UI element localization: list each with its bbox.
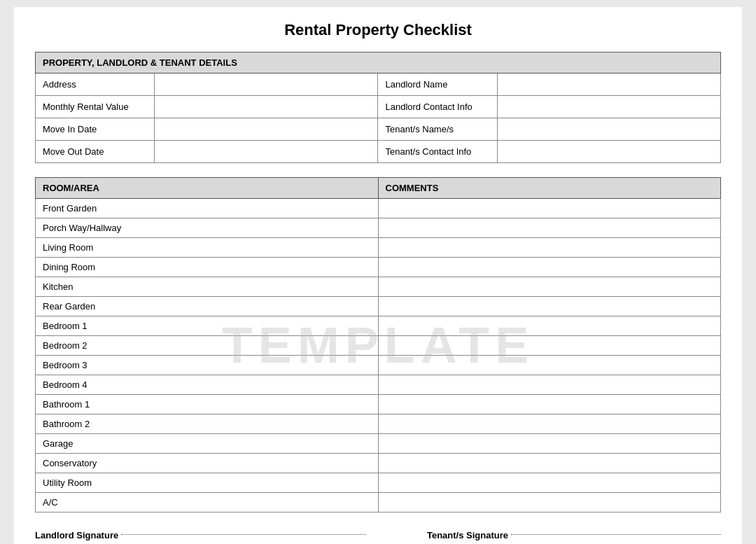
room-comment[interactable] <box>378 375 721 395</box>
room-name: Front Garden <box>36 199 379 218</box>
room-row: Garage <box>36 434 721 454</box>
room-row: Kitchen <box>36 277 721 297</box>
room-comment[interactable] <box>378 316 721 336</box>
room-name: Utility Room <box>36 473 379 493</box>
room-comment[interactable] <box>378 395 721 414</box>
property-right-label: Tenant/s Name/s <box>378 118 497 141</box>
room-name: Rear Garden <box>36 297 379 316</box>
room-row: Bedroom 3 <box>36 356 721 375</box>
property-left-value[interactable] <box>155 118 378 141</box>
room-row: Bedroom 1 <box>36 316 721 336</box>
property-row: AddressLandlord Name <box>36 74 721 96</box>
room-name: Bedroom 2 <box>36 336 379 356</box>
comments-col-header: COMMENTS <box>378 178 721 199</box>
property-right-value[interactable] <box>497 74 720 96</box>
room-comment[interactable] <box>378 434 721 454</box>
room-row: Bedroom 2 <box>36 336 721 356</box>
property-row: Move In DateTenant/s Name/s <box>36 118 721 141</box>
room-name: Bathroom 2 <box>36 414 379 434</box>
room-row: Conservatory <box>36 454 721 473</box>
property-left-label: Address <box>36 74 155 96</box>
room-row: Living Room <box>36 238 721 258</box>
room-name: Porch Way/Hallway <box>36 218 379 238</box>
room-name: Bedroom 4 <box>36 375 379 395</box>
tenant-signature: Tenant/s Signature <box>427 530 721 540</box>
room-name: A/C <box>36 493 379 512</box>
property-section-header: PROPERTY, LANDLORD & TENANT DETAILS <box>36 53 721 74</box>
room-name: Bedroom 3 <box>36 356 379 375</box>
room-row: Porch Way/Hallway <box>36 218 721 238</box>
room-comment[interactable] <box>378 297 721 316</box>
room-col-header: ROOM/AREA <box>36 178 379 199</box>
property-row: Monthly Rental ValueLandlord Contact Inf… <box>36 96 721 118</box>
property-right-label: Tenant/s Contact Info <box>378 141 497 163</box>
tenant-sig-label: Tenant/s Signature <box>427 530 508 540</box>
room-comment[interactable] <box>378 238 721 258</box>
room-row: Bathroom 2 <box>36 414 721 434</box>
room-comment[interactable] <box>378 258 721 277</box>
landlord-sig-line <box>121 534 366 535</box>
room-comment[interactable] <box>378 473 721 493</box>
room-row: A/C <box>36 493 721 512</box>
room-area-table: ROOM/AREA COMMENTS Front GardenPorch Way… <box>35 177 721 512</box>
property-right-label: Landlord Contact Info <box>378 96 497 118</box>
room-name: Kitchen <box>36 277 379 297</box>
property-right-value[interactable] <box>497 118 720 141</box>
room-comment[interactable] <box>378 199 721 218</box>
room-row: Bedroom 4 <box>36 375 721 395</box>
room-comment[interactable] <box>378 414 721 434</box>
room-comment[interactable] <box>378 356 721 375</box>
property-left-label: Move In Date <box>36 118 155 141</box>
room-name: Conservatory <box>36 454 379 473</box>
property-left-value[interactable] <box>155 141 378 163</box>
tenant-sig-line <box>511 534 721 535</box>
page: Rental Property Checklist PROPERTY, LAND… <box>14 7 742 544</box>
property-details-table: PROPERTY, LANDLORD & TENANT DETAILS Addr… <box>35 52 721 163</box>
room-comment[interactable] <box>378 218 721 238</box>
room-name: Bedroom 1 <box>36 316 379 336</box>
room-row: Bathroom 1 <box>36 395 721 414</box>
property-row: Move Out DateTenant/s Contact Info <box>36 141 721 163</box>
room-name: Dining Room <box>36 258 379 277</box>
room-name: Living Room <box>36 238 379 258</box>
landlord-signature: Landlord Signature <box>35 530 366 540</box>
property-left-value[interactable] <box>155 74 378 96</box>
property-right-value[interactable] <box>497 96 720 118</box>
room-comment[interactable] <box>378 277 721 297</box>
landlord-sig-label: Landlord Signature <box>35 530 118 540</box>
room-row: Utility Room <box>36 473 721 493</box>
room-row: Dining Room <box>36 258 721 277</box>
room-comment[interactable] <box>378 454 721 473</box>
property-right-value[interactable] <box>497 141 720 163</box>
room-comment[interactable] <box>378 336 721 356</box>
room-comment[interactable] <box>378 493 721 512</box>
room-name: Garage <box>36 434 379 454</box>
property-left-label: Monthly Rental Value <box>36 96 155 118</box>
room-row: Rear Garden <box>36 297 721 316</box>
room-name: Bathroom 1 <box>36 395 379 414</box>
signatures-row: Landlord Signature Tenant/s Signature <box>35 530 721 540</box>
property-left-value[interactable] <box>155 96 378 118</box>
property-right-label: Landlord Name <box>378 74 497 96</box>
page-title: Rental Property Checklist <box>35 21 721 39</box>
property-left-label: Move Out Date <box>36 141 155 163</box>
room-row: Front Garden <box>36 199 721 218</box>
